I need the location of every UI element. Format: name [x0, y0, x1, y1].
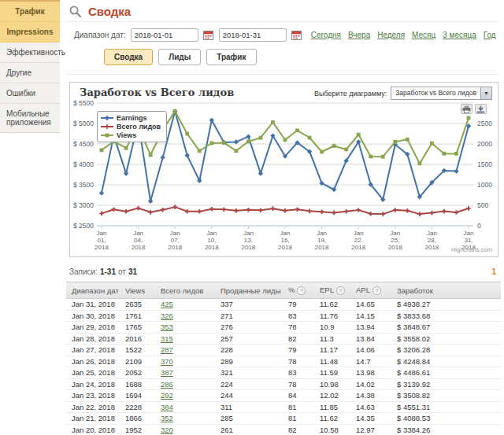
- legend-swatch: [101, 114, 113, 122]
- date-quick-links: СегодняВчераНеделяМесяц3 месяцаГод: [311, 31, 496, 39]
- view-button-0[interactable]: Сводка: [104, 49, 153, 65]
- legend-item-0[interactable]: Earnings: [101, 113, 161, 122]
- date-filter-row: Диапазон дат:: [66, 22, 498, 42]
- svg-text:2500: 2500: [477, 120, 492, 127]
- sidebar-item-3[interactable]: Другие: [0, 63, 60, 83]
- records-range: 1-31: [100, 267, 116, 276]
- calendar-to-icon[interactable]: [291, 30, 302, 41]
- chart-credit: Highcharts.com: [451, 246, 492, 253]
- date-range-label: Диапазон дат:: [74, 31, 126, 39]
- sidebar-item-2[interactable]: Эффективность: [0, 42, 60, 63]
- chart-legend: Earnings Всего лидов Views: [97, 111, 167, 142]
- main-content: Сводка Диапазон дат:: [60, 0, 504, 435]
- table-row: Jan 31, 201826354253377911.6214.65$ 4938…: [66, 299, 501, 311]
- svg-text:Jan01,2018: Jan01,2018: [94, 230, 109, 251]
- table-row: Jan 24, 201816882862247810.9814.02$ 3139…: [66, 378, 501, 390]
- svg-text:$ 2500: $ 2500: [73, 222, 94, 230]
- view-switch-buttons: СводкаЛидыТрафик: [66, 42, 498, 74]
- date-from-input[interactable]: [131, 28, 198, 42]
- table-row: Jan 28, 201820163152578211.313.84$ 3558.…: [66, 333, 501, 345]
- leads-link[interactable]: 370: [161, 357, 173, 366]
- svg-text:Jan10,2018: Jan10,2018: [205, 230, 219, 251]
- quick-range-link-1[interactable]: Вчера: [348, 31, 370, 39]
- table-row: Jan 30, 201817613262718311.7614.15$ 3833…: [66, 310, 501, 322]
- leads-link[interactable]: 425: [161, 300, 173, 308]
- column-header-2: Всего лидов: [155, 282, 215, 299]
- legend-item-2[interactable]: Views: [101, 131, 161, 139]
- quick-range-link-3[interactable]: Месяц: [412, 31, 435, 39]
- svg-text:$ 4000: $ 4000: [73, 160, 94, 168]
- search-icon: [69, 5, 82, 18]
- pagination-page-1[interactable]: 1: [491, 267, 496, 276]
- table-header-row: Диапазон датViewsВсего лидовПроданные ли…: [66, 282, 501, 299]
- leads-link[interactable]: 387: [161, 368, 173, 377]
- leads-link[interactable]: 320: [161, 426, 173, 434]
- leads-link[interactable]: 384: [161, 403, 173, 411]
- column-header-5: EPL?: [314, 282, 350, 299]
- sidebar-item-5[interactable]: Мобильные приложения: [0, 104, 60, 133]
- table-row: Jan 23, 201816942922448412.0214.38$ 3508…: [66, 390, 501, 402]
- table-row: Jan 27, 201815222872287911.1714.06$ 3206…: [66, 345, 501, 356]
- svg-text:Jan04,2018: Jan04,2018: [132, 230, 146, 251]
- records-total: 31: [128, 267, 137, 276]
- records-label: Записи:: [69, 267, 98, 276]
- column-header-7: Заработок: [391, 282, 501, 299]
- quick-range-link-0[interactable]: Сегодня: [311, 31, 341, 39]
- sidebar-item-0[interactable]: Трафик: [0, 2, 60, 22]
- section-divider: [66, 74, 498, 75]
- help-icon[interactable]: ?: [372, 286, 381, 295]
- sidebar: ТрафикImpressionsЭффективностьДругиеОшиб…: [0, 0, 60, 133]
- table-row: Jan 21, 201818663522858111.6214.35$ 4088…: [66, 413, 501, 425]
- leads-link[interactable]: 352: [161, 414, 173, 422]
- svg-text:1500: 1500: [477, 160, 492, 168]
- page-title: Сводка: [88, 5, 131, 18]
- view-button-2[interactable]: Трафик: [206, 49, 256, 65]
- legend-label: Views: [117, 131, 136, 139]
- svg-text:$ 5500: $ 5500: [73, 99, 94, 107]
- sidebar-item-4[interactable]: Ошибки: [0, 83, 60, 104]
- column-header-4: %?: [283, 282, 314, 299]
- svg-text:Jan19,2018: Jan19,2018: [315, 230, 329, 251]
- leads-link[interactable]: 292: [161, 391, 173, 400]
- table-row: Jan 26, 201821093702897811.4814.7$ 4248.…: [66, 356, 501, 367]
- legend-swatch: [101, 123, 113, 131]
- column-header-3: Проданные лиды: [215, 282, 283, 299]
- svg-text:Jan22,2018: Jan22,2018: [351, 230, 365, 251]
- records-of: от: [118, 267, 126, 276]
- svg-text:$ 3500: $ 3500: [73, 181, 94, 189]
- svg-text:500: 500: [477, 201, 488, 209]
- svg-text:Jan07,2018: Jan07,2018: [168, 230, 182, 251]
- leads-link[interactable]: 286: [161, 380, 173, 389]
- leads-link[interactable]: 287: [161, 345, 173, 354]
- column-header-1: Views: [120, 282, 155, 299]
- table-row: Jan 25, 201820523873218311.5913.98$ 4486…: [66, 367, 501, 379]
- view-button-1[interactable]: Лиды: [158, 49, 201, 65]
- calendar-from-icon[interactable]: [203, 30, 214, 41]
- leads-link[interactable]: 353: [161, 323, 173, 331]
- quick-range-link-5[interactable]: Год: [484, 31, 496, 39]
- records-summary-row: Записи: 1-31 от 31 1: [66, 257, 498, 282]
- table-row: Jan 20, 201819523202618210.5812.97$ 3384…: [66, 424, 501, 435]
- legend-swatch: [101, 131, 113, 139]
- svg-text:Jan28,2018: Jan28,2018: [425, 230, 439, 251]
- leads-link[interactable]: 315: [161, 334, 173, 343]
- sidebar-item-1[interactable]: Impressions: [0, 22, 60, 42]
- svg-text:1000: 1000: [477, 181, 492, 189]
- date-to-input[interactable]: [219, 28, 287, 42]
- quick-range-link-4[interactable]: 3 месяца: [443, 31, 476, 39]
- analytics-dashboard: ТрафикImpressionsЭффективностьДругиеОшиб…: [0, 0, 504, 435]
- svg-text:Jan16,2018: Jan16,2018: [278, 230, 292, 251]
- legend-item-1[interactable]: Всего лидов: [101, 122, 161, 131]
- help-icon[interactable]: ?: [297, 286, 306, 295]
- svg-text:$ 3000: $ 3000: [73, 201, 94, 209]
- help-icon[interactable]: ?: [336, 286, 345, 295]
- quick-range-link-2[interactable]: Неделя: [377, 31, 405, 39]
- column-header-6: APL?: [350, 282, 391, 299]
- leads-link[interactable]: 326: [161, 312, 173, 320]
- svg-text:Jan13,2018: Jan13,2018: [242, 230, 256, 251]
- column-header-0: Диапазон дат: [66, 282, 120, 299]
- stats-table: Диапазон датViewsВсего лидовПроданные ли…: [66, 282, 501, 435]
- svg-text:Jan25,2018: Jan25,2018: [388, 230, 402, 251]
- svg-text:$ 4500: $ 4500: [73, 140, 94, 148]
- table-row: Jan 22, 201822283843118111.8514.63$ 4551…: [66, 401, 501, 413]
